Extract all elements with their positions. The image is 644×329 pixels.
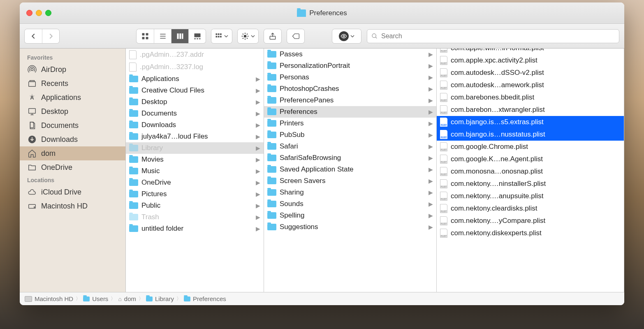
- folder-row[interactable]: Screen Savers▶: [264, 175, 436, 187]
- path-crumb[interactable]: Preferences: [184, 295, 226, 302]
- chevron-right-icon: ▶: [256, 202, 260, 209]
- folder-row[interactable]: Public▶: [126, 200, 264, 211]
- back-button[interactable]: [25, 29, 42, 43]
- file-row[interactable]: .pgAdmin…237.addr: [126, 49, 264, 61]
- column-2: com.apple.wifi…in-format.plistcom.apple.…: [437, 49, 624, 292]
- sidebar-item-recents[interactable]: Recents: [20, 76, 125, 90]
- file-row[interactable]: com.apple.wifi…in-format.plist: [437, 49, 624, 54]
- icon-view-button[interactable]: [137, 29, 154, 43]
- folder-row[interactable]: PreferencePanes▶: [264, 95, 436, 106]
- file-row[interactable]: com.bjango.is…nusstatus.plist: [437, 128, 624, 141]
- sidebar-item-onedrive[interactable]: OneDrive: [20, 160, 125, 174]
- folder-row[interactable]: Suggestions▶: [264, 221, 436, 233]
- file-row[interactable]: com.nektony.…ninstallerS.plist: [437, 178, 624, 190]
- file-row[interactable]: com.nektony.…anupsuite.plist: [437, 190, 624, 202]
- sidebar-item-macintosh-hd[interactable]: Macintosh HD: [20, 199, 125, 213]
- folder-row[interactable]: PersonalizationPortrait▶: [264, 60, 436, 72]
- folder-icon: [129, 156, 138, 163]
- svg-rect-10: [194, 33, 200, 37]
- file-row[interactable]: com.monosna…onosnap.plist: [437, 165, 624, 178]
- share-button[interactable]: [264, 29, 281, 43]
- folder-row[interactable]: PubSub▶: [264, 129, 436, 141]
- folder-row[interactable]: Passes▶: [264, 49, 436, 60]
- gallery-view-button[interactable]: [188, 29, 206, 43]
- plist-file-icon: [440, 56, 447, 65]
- svg-point-20: [244, 35, 247, 37]
- file-row[interactable]: .pgAdmin…3237.log: [126, 61, 264, 73]
- file-row[interactable]: com.nektony.…yCompare.plist: [437, 215, 624, 227]
- folder-row[interactable]: Personas▶: [264, 72, 436, 83]
- search-icon: [371, 33, 378, 39]
- path-crumb[interactable]: Library: [146, 295, 174, 302]
- folder-row[interactable]: Sharing▶: [264, 187, 436, 198]
- svg-rect-15: [218, 33, 220, 35]
- sidebar-item-dom[interactable]: dom: [20, 146, 125, 160]
- file-row[interactable]: com.bjango.is…s5.extras.plist: [437, 116, 624, 128]
- folder-row[interactable]: Music▶: [126, 165, 264, 177]
- svg-rect-17: [216, 36, 218, 37]
- folder-row[interactable]: Library▶: [126, 142, 264, 154]
- folder-row[interactable]: Preferences▶: [264, 106, 436, 118]
- forward-button[interactable]: [42, 29, 59, 43]
- file-row[interactable]: com.nektony.cleardisks.plist: [437, 202, 624, 215]
- folder-row[interactable]: Documents▶: [126, 108, 264, 119]
- folder-row[interactable]: SafariSafeBrowsing▶: [264, 152, 436, 164]
- chevron-right-icon: ▶: [429, 51, 433, 58]
- sidebar-item-applications[interactable]: AApplications: [20, 90, 125, 104]
- column-view-button[interactable]: [171, 29, 188, 43]
- sidebar-item-documents[interactable]: Documents: [20, 118, 125, 132]
- row-label: com.nektony.…anupsuite.plist: [451, 192, 621, 200]
- file-row[interactable]: com.google.K…ne.Agent.plist: [437, 153, 624, 165]
- row-label: Applications: [141, 75, 253, 83]
- chevron-right-icon: ▶: [429, 224, 433, 230]
- folder-row[interactable]: Applications▶: [126, 73, 264, 85]
- sidebar-item-downloads[interactable]: Downloads: [20, 132, 125, 146]
- arrange-button[interactable]: [211, 29, 232, 43]
- folder-row[interactable]: Downloads▶: [126, 119, 264, 131]
- folder-icon: [129, 179, 138, 186]
- path-crumb[interactable]: Users: [83, 295, 108, 302]
- maximize-button[interactable]: [45, 10, 51, 16]
- file-icon: [129, 50, 137, 59]
- search-input[interactable]: [381, 32, 615, 40]
- file-row[interactable]: com.barebon…xtwrangler.plist: [437, 104, 624, 116]
- close-button[interactable]: [26, 10, 32, 16]
- folder-row[interactable]: Movies▶: [126, 154, 264, 165]
- path-crumb[interactable]: Macintosh HD: [25, 295, 73, 302]
- sidebar-item-desktop[interactable]: Desktop: [20, 104, 125, 118]
- folder-row[interactable]: untitled folder▶: [126, 223, 264, 234]
- file-row[interactable]: com.google.Chrome.plist: [437, 141, 624, 153]
- action-button[interactable]: [238, 29, 258, 43]
- sidebar-item-icloud-drive[interactable]: iCloud Drive: [20, 185, 125, 199]
- folder-row[interactable]: Safari▶: [264, 141, 436, 152]
- quicklook-button[interactable]: [332, 29, 361, 43]
- sidebar-item-airdrop[interactable]: AirDrop: [20, 63, 125, 76]
- folder-row[interactable]: Saved Application State▶: [264, 164, 436, 175]
- folder-row[interactable]: Pictures▶: [126, 188, 264, 200]
- folder-row[interactable]: Creative Cloud Files▶: [126, 85, 264, 96]
- folder-row[interactable]: Trash▶: [126, 211, 264, 223]
- folder-icon: [267, 155, 276, 161]
- file-row[interactable]: com.autodesk…amework.plist: [437, 79, 624, 91]
- folder-row[interactable]: PhotoshopCrashes▶: [264, 83, 436, 95]
- row-label: .pgAdmin…3237.log: [140, 63, 260, 71]
- minimize-button[interactable]: [36, 10, 42, 16]
- file-row[interactable]: com.autodesk…dSSO-v2.plist: [437, 67, 624, 79]
- search-field[interactable]: [367, 29, 619, 43]
- folder-row[interactable]: Printers▶: [264, 118, 436, 129]
- home-icon: [27, 148, 37, 158]
- folder-row[interactable]: OneDrive▶: [126, 177, 264, 188]
- file-row[interactable]: com.barebones.bbedit.plist: [437, 91, 624, 104]
- path-crumb[interactable]: ⌂dom: [118, 295, 136, 302]
- folder-icon: [184, 297, 190, 301]
- folder-icon: [267, 166, 276, 173]
- folder-row[interactable]: Desktop▶: [126, 96, 264, 108]
- folder-row[interactable]: julya4ka7…loud Files▶: [126, 131, 264, 142]
- file-row[interactable]: com.nektony.diskexperts.plist: [437, 227, 624, 239]
- tags-button[interactable]: [287, 29, 304, 43]
- folder-row[interactable]: Spelling▶: [264, 210, 436, 221]
- folder-row[interactable]: Sounds▶: [264, 198, 436, 210]
- chevron-right-icon: ▶: [256, 168, 260, 174]
- file-row[interactable]: com.apple.xpc.activity2.plist: [437, 54, 624, 67]
- list-view-button[interactable]: [154, 29, 171, 43]
